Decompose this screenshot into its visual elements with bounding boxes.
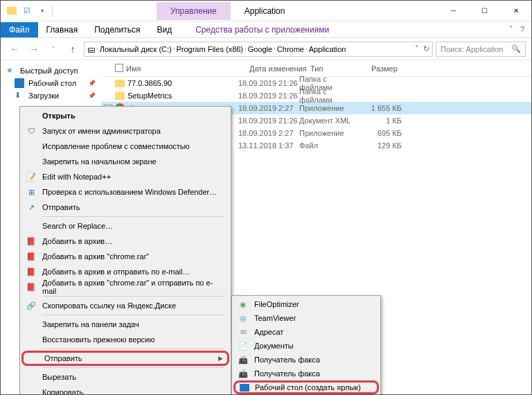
sm-documents[interactable]: 📄Документы (233, 339, 379, 353)
manage-tab[interactable]: Управление (157, 2, 231, 20)
cm-notepad[interactable]: 📝Edit with Notepad++ (21, 169, 229, 184)
cm-send-to[interactable]: Отправить▶ (21, 351, 229, 366)
fileoptimizer-icon: ◉ (238, 299, 249, 310)
file-icon (115, 80, 127, 87)
cm-open[interactable]: Открыть (21, 108, 229, 123)
pin-icon: 📌 (88, 92, 96, 99)
cm-add-send-email[interactable]: 📕Добавить в архив и отправить по e-mail… (21, 264, 229, 279)
cm-pin-taskbar[interactable]: Закрепить на панели задач (21, 317, 229, 332)
sm-recipient[interactable]: ✉Адресат (233, 325, 379, 339)
sm-desktop-shortcut[interactable]: Рабочий стол (создать ярлык) (233, 380, 379, 394)
dropdown-icon[interactable]: ▾ (37, 6, 48, 17)
file-icon (115, 92, 127, 100)
window-title: Application (231, 2, 299, 20)
fax-icon: 📠 (238, 354, 249, 365)
rar-icon: 📕 (26, 251, 37, 262)
refresh-icon[interactable]: ↻ (423, 44, 429, 53)
file-row[interactable]: SetupMetrics18.09.2019 21:26Папка с файл… (101, 89, 531, 102)
cm-copy[interactable]: Копировать (21, 385, 229, 395)
rar-icon: 📕 (26, 281, 37, 292)
tab-app-tools[interactable]: Средства работы с приложениями (187, 22, 337, 37)
forward-button: → (26, 41, 42, 58)
cm-defender[interactable]: ⊞Проверка с использованием Windows Defen… (21, 184, 229, 200)
drive-icon: 🖴 (87, 45, 95, 53)
link-icon: 🔗 (26, 300, 37, 311)
documents-icon: 📄 (238, 340, 249, 351)
pin-icon: 📌 (88, 80, 96, 87)
tab-view[interactable]: Вид (148, 22, 180, 37)
navbar: ← → ˅ ↑ 🖴 › Локальный диск (C:)› Program… (1, 38, 531, 60)
maximize-button[interactable]: ☐ (469, 1, 500, 21)
submenu-arrow-icon: ▶ (218, 355, 223, 362)
cm-add-archive[interactable]: 📕Добавить в архив… (21, 234, 229, 249)
sidebar-desktop[interactable]: Рабочий стол 📌 (3, 77, 98, 89)
breadcrumb[interactable]: 🖴 › Локальный диск (C:)› Program Files (… (84, 42, 433, 57)
select-all-checkbox[interactable] (115, 64, 123, 72)
cm-run-admin[interactable]: 🛡Запуск от имени администратора (21, 123, 229, 139)
checkbox-icon[interactable]: ☑ (21, 6, 33, 17)
send-to-submenu: ◉FileOptimizer ◎TeamViewer ✉Адресат 📄Док… (231, 295, 381, 395)
ribbon: Файл Главная Поделиться Вид Средства раб… (1, 21, 531, 38)
star-icon: ★ (6, 66, 16, 76)
cm-pin-start[interactable]: Закрепить на начальном экране (21, 154, 229, 169)
cm-cut[interactable]: Вырезать (21, 369, 229, 385)
share-icon: ↗ (26, 202, 37, 213)
tab-share[interactable]: Поделиться (86, 22, 148, 37)
rar-icon: 📕 (26, 266, 37, 277)
sidebar-downloads[interactable]: ⬇ Загрузки 📌 (3, 89, 98, 102)
cm-restore[interactable]: Восстановить прежнюю версию (21, 332, 229, 347)
sm-fax-recipient[interactable]: 📠Получатель факса (233, 353, 379, 367)
downloads-icon: ⬇ (15, 91, 24, 100)
titlebar: ☑ ▾ Управление Application ─ ☐ ✕ (1, 1, 531, 21)
search-input[interactable]: Поиск: Application 🔍 (436, 42, 526, 57)
cm-yandex[interactable]: 🔗Скопировать ссылку на Яндекс.Диске (21, 298, 229, 313)
cm-share[interactable]: ↗Отправить (21, 200, 229, 215)
sidebar-quick-access[interactable]: ★ Быстрый доступ (3, 64, 98, 77)
teamviewer-icon: ◎ (238, 313, 249, 324)
expand-ribbon-icon[interactable]: ˅ (509, 25, 513, 34)
folder-icon (6, 6, 17, 17)
breadcrumb-dropdown-icon[interactable]: ˅ (415, 44, 419, 53)
tab-home[interactable]: Главная (38, 22, 87, 37)
cm-add-chrome-rar[interactable]: 📕Добавить в архив "chrome.rar" (21, 249, 229, 264)
cm-add-chrome-email[interactable]: 📕Добавить в архив "chrome.rar" и отправи… (21, 279, 229, 295)
close-button[interactable]: ✕ (500, 1, 531, 21)
minimize-button[interactable]: ─ (438, 1, 469, 21)
cm-compat[interactable]: Исправление проблем с совместимостью (21, 139, 229, 154)
rar-icon: 📕 (26, 236, 37, 247)
desktop-icon (240, 384, 249, 392)
back-button[interactable]: ← (6, 41, 23, 58)
cm-search-replace[interactable]: Search or Replace… (21, 218, 229, 234)
sm-fax-recipient2[interactable]: 📠Получатель факса (233, 367, 379, 380)
fax-icon: 📠 (238, 368, 249, 379)
mail-icon: ✉ (238, 326, 249, 337)
context-menu: Открыть 🛡Запуск от имени администратора … (19, 106, 231, 395)
notepad-icon: 📝 (26, 171, 37, 182)
search-icon: 🔍 (511, 44, 521, 53)
tab-file[interactable]: Файл (1, 22, 38, 37)
desktop-icon (15, 78, 24, 88)
sm-fileoptimizer[interactable]: ◉FileOptimizer (233, 297, 379, 311)
sm-teamviewer[interactable]: ◎TeamViewer (233, 311, 379, 325)
up-button[interactable]: ↑ (64, 41, 81, 58)
recent-dropdown[interactable]: ˅ (45, 41, 62, 58)
help-icon[interactable]: ? (520, 25, 524, 34)
shield-icon: 🛡 (26, 125, 37, 137)
defender-icon: ⊞ (26, 186, 37, 198)
